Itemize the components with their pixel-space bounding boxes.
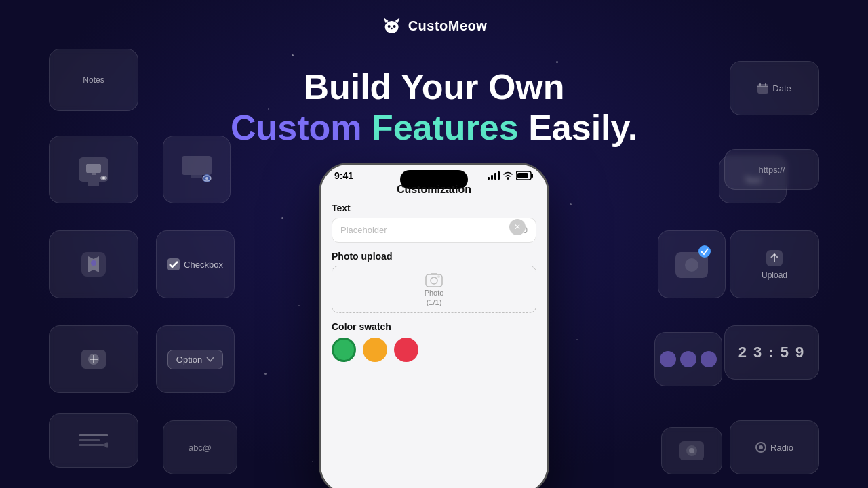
card-checkbox: Checkbox xyxy=(156,230,235,298)
svg-point-47 xyxy=(431,277,437,284)
signal-icon xyxy=(488,171,500,180)
svg-rect-28 xyxy=(760,83,761,86)
text-input-box[interactable]: Placeholder 0/20 xyxy=(332,218,536,243)
svg-point-19 xyxy=(104,443,108,448)
close-button[interactable]: ✕ xyxy=(509,219,526,235)
svg-point-48 xyxy=(437,275,440,278)
status-icons xyxy=(488,171,534,180)
timer-display: 2 3 : 5 9 xyxy=(738,344,806,361)
abc-label: abc@ xyxy=(189,443,212,453)
svg-rect-26 xyxy=(757,84,768,94)
card-photo-right xyxy=(661,427,722,474)
url-label: https:// xyxy=(758,165,785,175)
svg-point-4 xyxy=(393,25,396,28)
app-name: CustoMeow xyxy=(408,18,488,34)
lines-icon xyxy=(79,433,108,448)
phone-screen: 9:41 xyxy=(321,165,547,488)
customization-title: Customization xyxy=(397,181,471,195)
card-toggle xyxy=(654,332,722,386)
svg-rect-25 xyxy=(167,258,180,270)
swatch-yellow[interactable] xyxy=(363,338,387,362)
color-swatch-section: Color swatch xyxy=(332,321,536,362)
upload-label: Upload xyxy=(762,270,787,280)
svg-rect-7 xyxy=(92,173,96,175)
checkbox-label: Checkbox xyxy=(184,260,223,270)
phone-content: Customization ✕ Text Placeholder 0/20 Ph… xyxy=(321,184,547,362)
card-map xyxy=(49,230,138,298)
phone-frame: 9:41 xyxy=(319,163,549,488)
svg-rect-27 xyxy=(757,86,768,87)
check-badge-icon xyxy=(698,245,711,258)
photo-icon-right xyxy=(678,437,705,464)
monitor-icon xyxy=(79,157,108,182)
svg-point-5 xyxy=(391,28,392,29)
svg-point-38 xyxy=(689,448,694,453)
card-notes: Notes xyxy=(49,49,138,111)
hero-line1: Build Your Own xyxy=(231,68,637,106)
card-date: Date xyxy=(730,61,819,115)
photo-label: Photo xyxy=(425,289,444,297)
wifi-icon xyxy=(502,171,513,180)
svg-point-33 xyxy=(698,245,711,258)
photo-upload-box[interactable]: Photo (1/1) xyxy=(332,266,536,313)
phone-mockup: 9:41 xyxy=(319,163,549,488)
calendar-icon xyxy=(757,83,768,94)
svg-rect-20 xyxy=(182,156,212,175)
card-verified-photo xyxy=(658,230,726,298)
hero-easily: Easily. xyxy=(528,108,637,147)
svg-marker-2 xyxy=(395,18,400,23)
color-swatches xyxy=(332,338,536,362)
logo-icon xyxy=(381,15,403,37)
photo-upload-section: Photo upload Photo (1/1) xyxy=(332,251,536,313)
photo-count: (1/1) xyxy=(427,298,442,306)
svg-point-0 xyxy=(385,21,399,33)
status-time: 9:41 xyxy=(334,170,353,181)
hero-line2: Custom Features Easily. xyxy=(231,106,637,148)
add-photo-icon xyxy=(79,344,108,374)
svg-point-11 xyxy=(91,260,96,266)
svg-rect-39 xyxy=(488,177,490,180)
svg-point-3 xyxy=(388,25,391,28)
svg-rect-44 xyxy=(531,174,533,178)
notes-label: Notes xyxy=(83,75,104,85)
card-monitor xyxy=(49,136,138,203)
svg-rect-21 xyxy=(191,175,202,178)
svg-point-35 xyxy=(759,445,763,449)
card-radio: Radio xyxy=(730,420,819,474)
hero-features: Features xyxy=(372,108,519,147)
svg-rect-16 xyxy=(79,434,108,436)
svg-point-32 xyxy=(685,258,698,272)
svg-rect-45 xyxy=(517,173,528,178)
option-label: Option xyxy=(176,354,202,365)
photo-upload-label: Photo upload xyxy=(332,251,536,262)
card-url: https:// xyxy=(724,149,819,190)
svg-rect-18 xyxy=(79,444,104,446)
date-label: Date xyxy=(772,83,791,94)
svg-rect-17 xyxy=(79,439,100,441)
card-abc: abc@ xyxy=(163,420,237,474)
card-bottom-left xyxy=(49,413,138,468)
chevron-down-icon xyxy=(206,357,214,362)
svg-rect-41 xyxy=(494,173,496,180)
text-section-label: Text xyxy=(332,203,536,214)
card-timer: 2 3 : 5 9 xyxy=(724,325,819,380)
checkbox-icon xyxy=(167,258,180,270)
card-upload: Upload xyxy=(730,230,819,298)
battery-icon xyxy=(516,171,534,180)
radio-label: Radio xyxy=(770,443,793,453)
swatch-red[interactable] xyxy=(394,338,418,362)
toggle-dot-1 xyxy=(660,351,676,367)
svg-rect-42 xyxy=(498,171,500,180)
svg-rect-40 xyxy=(491,175,493,180)
svg-marker-1 xyxy=(384,18,389,23)
svg-rect-29 xyxy=(765,83,766,86)
radio-icon xyxy=(755,442,766,453)
svg-point-9 xyxy=(102,177,105,180)
map-icon xyxy=(79,249,108,279)
swatch-green[interactable] xyxy=(332,338,356,362)
card-monitor2 xyxy=(163,136,231,203)
card-option: Option xyxy=(156,325,235,393)
card-add-photo xyxy=(49,325,138,393)
toggle-dot-2 xyxy=(680,351,696,367)
color-swatch-title: Color swatch xyxy=(332,321,536,332)
